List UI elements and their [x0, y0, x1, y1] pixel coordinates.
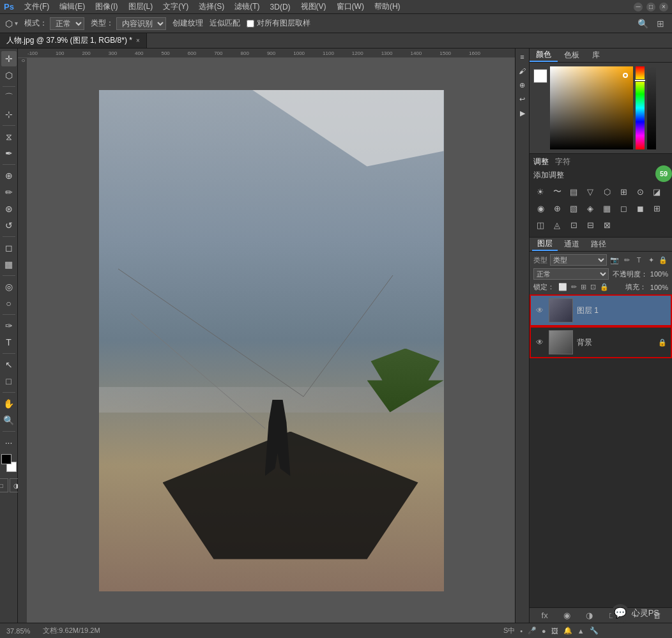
- filter-text-icon[interactable]: T: [634, 255, 644, 265]
- menu-3d[interactable]: 3D(D): [266, 1, 294, 13]
- tab-close-btn[interactable]: ×: [136, 37, 140, 44]
- layer-item-1[interactable]: 👁 图层 1: [530, 294, 672, 326]
- adj-posterize-icon[interactable]: ▦: [600, 201, 614, 215]
- filter-pixel-icon[interactable]: 📷: [609, 255, 620, 265]
- adj-color-balance-icon[interactable]: ⊙: [633, 185, 647, 199]
- color-swatches[interactable]: [1, 454, 17, 472]
- hue-strip[interactable]: [636, 66, 645, 149]
- adj-bw-icon[interactable]: ◪: [650, 185, 664, 199]
- adj-exposure-icon[interactable]: ▽: [583, 185, 597, 199]
- marquee-tool[interactable]: ⬡: [1, 68, 17, 83]
- layer-item-background[interactable]: 👁 背景 🔒: [530, 326, 672, 358]
- lock-position-btn[interactable]: ⊞: [581, 283, 586, 291]
- menu-filter[interactable]: 滤镜(T): [231, 0, 263, 13]
- filter-shape-icon[interactable]: ✦: [646, 255, 656, 265]
- all-layers-checkbox-group[interactable]: 对所有图层取样: [247, 18, 310, 29]
- all-layers-checkbox[interactable]: [247, 20, 254, 27]
- add-adjustment-btn[interactable]: ◑: [584, 610, 595, 621]
- taskbar-icon-7[interactable]: ▲: [577, 627, 584, 635]
- filter-smart-icon[interactable]: 🔒: [658, 255, 668, 265]
- document-tab[interactable]: 人物.jpg @ 37.9% (图层 1, RGB/8*) * ×: [0, 33, 147, 48]
- canvas-viewport[interactable]: [27, 58, 515, 623]
- adj-extra1-icon[interactable]: ◫: [533, 218, 547, 232]
- dodge-tool[interactable]: ○: [1, 296, 17, 311]
- wechat-icon[interactable]: 💬: [611, 604, 629, 622]
- close-btn[interactable]: ×: [659, 3, 668, 11]
- crop-tool[interactable]: ⧖: [1, 129, 17, 144]
- extra-tools-btn[interactable]: ···: [1, 435, 17, 450]
- path-select-tool[interactable]: ↖: [1, 357, 17, 372]
- tab-color[interactable]: 颜色: [530, 49, 558, 62]
- panel-toggle-btn[interactable]: ≡: [517, 51, 528, 63]
- clone-stamp-tool[interactable]: ⊛: [1, 201, 17, 216]
- rectangle-tool[interactable]: □: [1, 374, 17, 389]
- global-search-icon[interactable]: 🔍: [636, 17, 649, 30]
- adj-selective-color-icon[interactable]: ⊞: [650, 201, 664, 215]
- menu-select[interactable]: 选择(S): [195, 0, 228, 13]
- tab-layers[interactable]: 图层: [532, 238, 558, 251]
- clone-source-btn[interactable]: ⊕: [517, 79, 528, 91]
- foreground-swatch[interactable]: [533, 69, 547, 83]
- adj-extra4-icon[interactable]: ⊟: [583, 218, 597, 232]
- menu-image[interactable]: 图像(I): [91, 0, 121, 13]
- taskbar-icon-6[interactable]: 🔔: [563, 627, 572, 635]
- menu-edit[interactable]: 编辑(E): [56, 0, 89, 13]
- lock-pixels-btn[interactable]: ✏: [571, 283, 577, 291]
- adj-levels-icon[interactable]: ▤: [567, 185, 581, 199]
- menu-help[interactable]: 帮助(H): [370, 0, 404, 13]
- pen-tool[interactable]: ✑: [1, 318, 17, 333]
- menu-text[interactable]: 文字(Y): [159, 0, 192, 13]
- background-visibility-toggle[interactable]: 👁: [535, 337, 545, 347]
- tab-libraries[interactable]: 库: [586, 49, 606, 62]
- tab-character[interactable]: 字符: [555, 156, 570, 167]
- filter-adj-icon[interactable]: ✏: [622, 255, 632, 265]
- taskbar-icon-5[interactable]: 🖼: [551, 627, 558, 635]
- tab-adjustments[interactable]: 调整: [533, 156, 549, 167]
- quick-select-tool[interactable]: ⊹: [1, 107, 17, 122]
- type-filter-select[interactable]: 类型: [550, 254, 607, 266]
- mode-select[interactable]: 正常: [50, 17, 84, 30]
- taskbar-icon-8[interactable]: 🔧: [590, 627, 599, 635]
- lock-artboard-btn[interactable]: ⊡: [590, 283, 596, 291]
- adj-channel-mixer-icon[interactable]: ⊕: [550, 201, 564, 215]
- taskbar-icon-1[interactable]: S中: [503, 626, 515, 635]
- type-select[interactable]: 内容识别: [116, 17, 166, 30]
- add-mask-btn[interactable]: ◉: [561, 610, 573, 621]
- actions-btn[interactable]: ▶: [517, 107, 528, 119]
- menu-view[interactable]: 视图(V): [297, 0, 330, 13]
- brush-settings-btn[interactable]: 🖌: [517, 65, 528, 77]
- adj-gradient-map-icon[interactable]: ◼: [633, 201, 647, 215]
- standard-mode-btn[interactable]: □: [0, 478, 8, 492]
- taskbar-icon-3[interactable]: 🎤: [528, 627, 537, 635]
- layer-1-visibility-toggle[interactable]: 👁: [535, 305, 545, 315]
- history-btn[interactable]: ↩: [517, 93, 528, 105]
- eyedropper-tool[interactable]: ✒: [1, 146, 17, 161]
- adj-curves-icon[interactable]: 〜: [550, 185, 564, 199]
- blend-mode-select[interactable]: 正常: [533, 268, 609, 280]
- history-brush-tool[interactable]: ↺: [1, 218, 17, 233]
- tab-paths[interactable]: 路径: [586, 238, 611, 251]
- lightness-strip[interactable]: [647, 66, 656, 149]
- hand-tool[interactable]: ✋: [1, 396, 17, 411]
- gradient-tool[interactable]: ▦: [1, 257, 17, 272]
- tab-swatches[interactable]: 色板: [558, 49, 586, 62]
- adj-photo-filter-icon[interactable]: ◉: [533, 201, 547, 215]
- tab-channels[interactable]: 通道: [559, 238, 584, 251]
- zoom-tool[interactable]: 🔍: [1, 413, 17, 428]
- menu-window[interactable]: 窗口(W): [333, 0, 368, 13]
- minimize-btn[interactable]: ─: [634, 3, 643, 11]
- adj-color-lookup-icon[interactable]: ▧: [567, 201, 581, 215]
- adj-extra5-icon[interactable]: ⊠: [600, 218, 614, 232]
- brush-tool[interactable]: ✏: [1, 185, 17, 200]
- adj-brightness-icon[interactable]: ☀: [533, 185, 547, 199]
- adj-invert-icon[interactable]: ◈: [583, 201, 597, 215]
- foreground-color-swatch[interactable]: [1, 454, 11, 464]
- adj-vibrance-icon[interactable]: ⬡: [600, 185, 614, 199]
- menu-file[interactable]: 文件(F): [20, 0, 53, 13]
- lock-all-btn[interactable]: 🔒: [600, 283, 609, 291]
- menu-layer[interactable]: 图层(L): [125, 0, 157, 13]
- color-gradient[interactable]: [550, 66, 633, 149]
- adj-extra3-icon[interactable]: ⊡: [567, 218, 581, 232]
- adj-threshold-icon[interactable]: ◻: [616, 201, 630, 215]
- lock-transparent-btn[interactable]: ⬜: [558, 283, 567, 291]
